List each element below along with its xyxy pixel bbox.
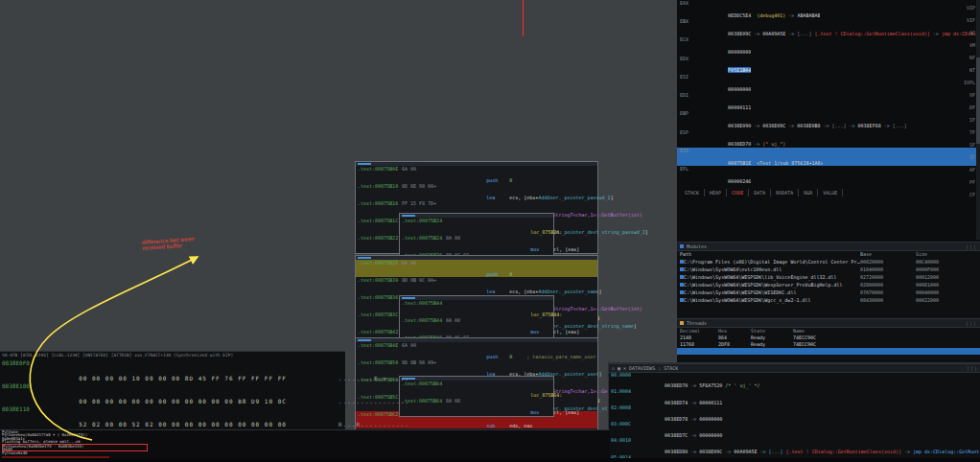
- register-row[interactable]: ECX 00000000: [677, 36, 980, 55]
- scrollbar-thumb[interactable]: [976, 58, 980, 144]
- hex-row[interactable]: 0038E0F0 00 00 00 00 10 00 00 00 8D 45 F…: [0, 359, 345, 382]
- stack-row[interactable]: 02:0008 0038ED78 -> 00000000: [609, 405, 980, 422]
- flag-item[interactable]: DF: [964, 102, 975, 114]
- module-size: 00022000: [916, 296, 977, 304]
- instruction-part: ]: [645, 229, 648, 235]
- column-state[interactable]: State: [751, 328, 793, 335]
- register-row[interactable]: EDX F05E1B04: [677, 56, 980, 74]
- flag-item[interactable]: NT: [964, 64, 975, 77]
- flag-item[interactable]: CF: [964, 189, 975, 201]
- register-row[interactable]: EDI 00000111: [677, 92, 980, 110]
- flag-item[interactable]: AF: [964, 164, 975, 176]
- register-rows: EAX 0EDDC5E4 (debug401) -> ABABABAB EBX …: [677, 0, 980, 184]
- disasm-line[interactable]: .text:00875B4E 6A 00 push 0 ; tanasio_pa…: [356, 342, 597, 359]
- memory-tab[interactable]: RODATA: [771, 189, 799, 196]
- register-row[interactable]: EBX 0038E09C -> 00A09A5E -> [...] [.text…: [677, 18, 980, 36]
- disasm-address: .text:00875B16: [358, 200, 402, 218]
- stack-value-part: 00A09A5E: [734, 449, 759, 454]
- thread-row[interactable]: [677, 348, 980, 355]
- register-row[interactable]: EBP 0038E090 -> 0038E09C -> 0038E0B8 -> …: [677, 110, 980, 128]
- flag-item[interactable]: OF: [964, 89, 975, 102]
- memory-tab[interactable]: VALUE: [818, 189, 843, 196]
- threads-header: Decimal Hex State Name: [677, 328, 980, 335]
- disasm-line[interactable]: .text:00875B2E 6A 00 push 0: [356, 260, 597, 277]
- disasm-line[interactable]: .text:00875B10 8D 8E 98 08+ lea ecx, [eb…: [356, 183, 597, 200]
- module-row[interactable]: C:\Program Files (x86)\Digital Image Wor…: [677, 258, 980, 266]
- pane-grip[interactable]: |||: [967, 364, 978, 372]
- column-size[interactable]: Size: [916, 251, 977, 258]
- flag-item[interactable]: VIP: [964, 2, 975, 14]
- register-name: EBX: [680, 18, 699, 36]
- flag-item[interactable]: PF: [964, 176, 975, 189]
- column-path[interactable]: Path: [680, 251, 860, 258]
- instruction: lea ecx, [ebx+AddUser._pointer_passwd_2]: [440, 183, 614, 200]
- thread-row[interactable]: 2148 864 Ready 74ECC90C: [677, 335, 980, 341]
- disasm-line[interactable]: .text:00875B44 8A 08 mov cl, [eax]: [400, 317, 553, 335]
- disasm-line[interactable]: .text:00875B24 8A 08 mov cl, [eax]: [400, 235, 553, 252]
- module-row[interactable]: C:\Windows\SysWOW64\WESPSDK\lib_VoiceEng…: [677, 273, 980, 281]
- module-row[interactable]: C:\Windows\SysWOW64\WESPSDK\Wgcc_s_dw2-1…: [677, 296, 980, 304]
- flag-item[interactable]: RF: [964, 52, 975, 64]
- stack-value: 0038ED70 -> 5F6A7520 /* ' uj_' */: [636, 373, 759, 389]
- module-row[interactable]: C:\Windows\SysWOW64\nvtc100exn.dll 01040…: [677, 266, 980, 273]
- memory-tab[interactable]: HEAP: [705, 189, 727, 196]
- flag-item[interactable]: AC: [964, 27, 975, 39]
- register-value-part: 00875B1E: [728, 160, 757, 166]
- hex-ascii-group: ................: [338, 398, 409, 404]
- hex-row[interactable]: 0038E100 00 00 00 00 00 00 00 00 00 00 0…: [0, 382, 345, 405]
- flag-item[interactable]: IF: [964, 114, 975, 127]
- register-row[interactable]: EFL 00000246: [677, 166, 980, 184]
- restore-icon[interactable]: ▣: [618, 364, 620, 372]
- flags-column: VIPVIFACVMRFNTIOPLOFDFIFTFSFZFAFPFCF: [964, 2, 975, 201]
- stack-value-part: jmp ds:CDialog::GetRuntimeClass(void): [913, 449, 980, 454]
- instruction-part: cl, [eax]: [553, 409, 579, 415]
- disasm-line[interactable]: .text:00875B64 loc_875B64:: [400, 381, 553, 398]
- console-lines: Python>0x40: [2, 451, 610, 454]
- register-row[interactable]: ESI 00000000: [677, 74, 980, 92]
- block-header-chip: [358, 163, 371, 165]
- registers-panel: EAX 0EDDC5E4 (debug401) -> ABABABAB EBX …: [677, 0, 980, 242]
- register-row[interactable]: EIP 00875B1E <Text_1/sub_875628+1A6>: [677, 148, 980, 166]
- thread-row[interactable]: 11768 2DF8 Ready 74ECC90C: [677, 341, 980, 348]
- pane-grip[interactable]: |||: [966, 243, 977, 250]
- memory-tab[interactable]: DATA: [749, 189, 771, 196]
- hex-ascii: ........E.v.....: [294, 359, 409, 382]
- flag-item[interactable]: ZF: [964, 151, 975, 164]
- column-name[interactable]: Name: [793, 328, 977, 335]
- module-row[interactable]: C:\Windows\SysWOW64\WESPSDK\WespServer_P…: [677, 281, 980, 289]
- flag-item[interactable]: TF: [964, 127, 975, 139]
- disasm-line[interactable]: .text:00875B64 8A 08 mov cl, [eax]: [400, 398, 553, 415]
- module-row[interactable]: C:\Windows\SysWOW64\WESPSDK\WISEDKC.dll …: [677, 289, 980, 296]
- close-icon[interactable]: ✕: [623, 364, 626, 372]
- flag-item[interactable]: IOPL: [964, 77, 975, 89]
- console-line: Python>0x40: [2, 451, 610, 454]
- memory-tab[interactable]: CODE: [727, 189, 749, 196]
- disasm-line[interactable]: .text:00875B24 loc_875B24:: [400, 218, 553, 235]
- memory-tab[interactable]: R&R: [799, 189, 818, 196]
- stack-row[interactable]: 00:0000 0038ED70 -> 5F6A7520 /* ' uj_' *…: [609, 373, 980, 389]
- minimize-icon[interactable]: ▫: [612, 364, 615, 372]
- thread-hex: 2DF8: [718, 341, 751, 348]
- disasm-line[interactable]: .text:00875B44 loc_875B44:: [400, 300, 553, 317]
- flag-item[interactable]: VIF: [964, 14, 975, 27]
- block-header-chip: [402, 215, 415, 217]
- register-row[interactable]: ESP 0038ED70 -> (" uj_"): [677, 129, 980, 148]
- stack-row[interactable]: 03:000C 0038ED7C -> 00000000: [609, 422, 980, 438]
- column-base[interactable]: Base: [860, 251, 916, 258]
- memory-tab[interactable]: STACK: [680, 189, 705, 196]
- flag-item[interactable]: VM: [964, 39, 975, 52]
- flag-item[interactable]: SF: [964, 139, 975, 151]
- register-name: ECX: [680, 36, 699, 55]
- column-hex[interactable]: Hex: [718, 328, 751, 335]
- hex-row[interactable]: 0038E110 52 02 00 00 52 02 00 00 00 00 0…: [0, 405, 345, 428]
- register-row[interactable]: EAX 0EDDC5E4 (debug401) -> ABABABAB: [677, 0, 980, 18]
- stack-row[interactable]: 04:0010 0038ED80 -> 0038E09C -> 00A09A5E…: [609, 438, 980, 454]
- disasm-line[interactable]: .text:00875B0E 6A 00 push 0: [356, 166, 597, 183]
- basic-block[interactable]: .text:00875B64 loc_875B64: .text:00875B6…: [399, 376, 554, 417]
- stack-value-part: ->: [690, 432, 699, 438]
- disasm-line[interactable]: .text:00875B30 8D 8B 0C 0A+ lea ecx, [eb…: [356, 277, 597, 294]
- column-decimal[interactable]: Decimal: [680, 328, 718, 335]
- pane-grip[interactable]: |||: [966, 319, 977, 327]
- scrollbar[interactable]: [976, 0, 980, 240]
- stack-row[interactable]: 01:0004 0038ED74 -> 00000111: [609, 389, 980, 405]
